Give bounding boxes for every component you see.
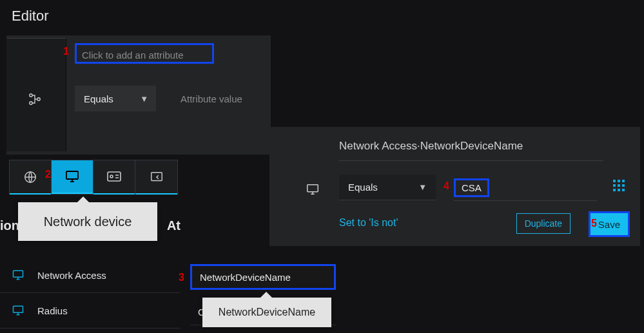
globe-icon <box>23 170 37 184</box>
chevron-down-icon: ▼ <box>140 94 148 104</box>
attribute-value-input[interactable]: Attribute value <box>173 86 266 111</box>
condition-operator-dropdown[interactable]: Equals ▼ <box>339 175 436 200</box>
operator-label: Equals <box>84 93 113 104</box>
tab-tooltip-label: Network device <box>44 214 132 229</box>
step-marker-3: 3 <box>179 272 184 283</box>
monitor-icon <box>306 182 320 198</box>
editor-title: Editor <box>12 8 48 24</box>
grid-icon[interactable] <box>613 180 625 195</box>
condition-operator-label: Equals <box>348 182 378 193</box>
tab-device-card[interactable] <box>93 160 135 194</box>
editor-panel: Click to add an attribute Equals ▼ Attri… <box>6 35 271 155</box>
svg-rect-9 <box>14 306 23 312</box>
monitor-icon <box>12 269 37 281</box>
tab-tooltip: Network device <box>18 202 157 241</box>
svg-rect-19 <box>622 189 625 191</box>
category-list: Network Access Radius <box>0 258 181 328</box>
svg-rect-11 <box>613 180 616 182</box>
svg-rect-18 <box>618 189 620 191</box>
svg-point-0 <box>30 94 32 97</box>
id-card-icon <box>106 170 122 184</box>
svg-rect-13 <box>622 180 625 182</box>
step-marker-1: 1 <box>63 46 69 57</box>
condition-value-field[interactable]: CSA <box>454 175 597 201</box>
condition-value-text: CSA <box>454 178 489 197</box>
step-marker-2: 2 <box>45 169 51 180</box>
operator-dropdown[interactable]: Equals ▼ <box>75 86 156 111</box>
condition-title: Network Access·NetworkDeviceName <box>339 140 603 161</box>
svg-rect-14 <box>613 184 616 187</box>
svg-point-1 <box>30 102 32 104</box>
svg-rect-4 <box>66 171 78 179</box>
category-item-network-access[interactable]: Network Access <box>0 258 181 293</box>
monitor-icon <box>12 304 37 317</box>
set-is-not-link[interactable]: Set to 'Is not' <box>339 217 398 229</box>
category-label: Radius <box>37 305 68 316</box>
category-item-radius[interactable]: Radius <box>0 293 181 328</box>
attribute-input[interactable]: Click to add an attribute <box>75 43 214 64</box>
monitor-icon <box>64 169 80 184</box>
svg-rect-10 <box>307 185 318 192</box>
svg-rect-15 <box>618 184 620 187</box>
svg-point-2 <box>37 98 40 100</box>
duplicate-button[interactable]: Duplicate <box>516 213 571 234</box>
svg-point-6 <box>110 175 113 178</box>
tree-icon <box>28 93 41 108</box>
attribute-tooltip: NetworkDeviceName <box>202 298 331 327</box>
chevron-down-icon: ▼ <box>418 182 427 192</box>
step-marker-4: 4 <box>444 180 449 192</box>
svg-rect-8 <box>14 271 23 277</box>
tab-chat-box[interactable] <box>135 160 177 194</box>
svg-rect-16 <box>622 184 625 187</box>
attribute-item-networkdevicename[interactable]: NetworkDeviceName <box>190 264 336 290</box>
header-fragment-right: At <box>167 218 181 233</box>
category-label: Network Access <box>37 270 106 281</box>
step-marker-5: 5 <box>591 218 597 229</box>
condition-card: Network Access·NetworkDeviceName Equals … <box>269 127 640 246</box>
panel-open-icon <box>150 170 164 184</box>
svg-rect-17 <box>613 189 616 191</box>
editor-gutter <box>6 38 66 151</box>
tab-network-device[interactable] <box>52 160 93 194</box>
header-fragment-left: ion <box>0 218 19 233</box>
svg-rect-5 <box>108 172 121 181</box>
attribute-item-label: NetworkDeviceName <box>200 272 291 283</box>
attribute-tooltip-label: NetworkDeviceName <box>219 307 315 318</box>
svg-rect-12 <box>618 180 620 182</box>
category-tabbar <box>9 160 178 195</box>
